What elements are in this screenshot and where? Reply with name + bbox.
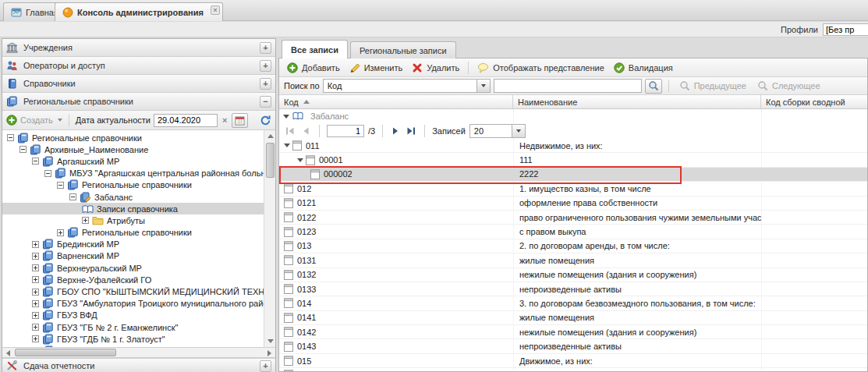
collapse-toggle-icon[interactable] bbox=[44, 170, 51, 177]
tab-regional-records[interactable]: Региональные записи bbox=[350, 41, 456, 58]
add-button[interactable]: Добавить bbox=[283, 61, 344, 75]
table-row[interactable]: 0133непроизведенные активы bbox=[279, 282, 867, 296]
profile-select[interactable] bbox=[823, 23, 868, 36]
table-row[interactable] bbox=[279, 368, 867, 371]
group-collapse-icon[interactable] bbox=[283, 115, 289, 119]
tree-node[interactable]: ГБОУ СПО "КЫШТЫМСКИЙ МЕДИЦИНСКИЙ ТЕХНИКУ… bbox=[2, 285, 264, 297]
table-row[interactable]: 0121оформление права собственности bbox=[279, 197, 867, 211]
close-tab-icon[interactable]: × bbox=[211, 5, 220, 15]
tree-node[interactable]: Атрибуты bbox=[2, 214, 264, 226]
delete-button[interactable]: Удалить bbox=[408, 61, 463, 75]
tree-node[interactable]: Забаланс bbox=[2, 191, 264, 203]
group-row-zabalans[interactable]: Забаланс bbox=[279, 109, 867, 123]
calendar-button[interactable] bbox=[232, 113, 248, 128]
actual-date-field[interactable] bbox=[154, 114, 218, 127]
table-row[interactable]: 0132нежилые помещения (здания и сооружен… bbox=[279, 268, 867, 282]
sidebar-item-dictionaries[interactable]: Справочники + bbox=[2, 75, 275, 93]
expand-toggle-icon[interactable] bbox=[32, 335, 39, 342]
page-size-select[interactable]: 20 bbox=[469, 124, 526, 138]
refresh-button[interactable] bbox=[260, 115, 271, 126]
sidebar-item-regional-dictionaries[interactable]: Региональные справочники − bbox=[2, 93, 275, 111]
tree-node[interactable]: МБУЗ "Аргаяшская центральная районная бо… bbox=[2, 168, 264, 179]
find-previous-button[interactable]: Предыдущее bbox=[675, 79, 750, 93]
table-row[interactable]: 0122право ограниченного пользования чужи… bbox=[279, 211, 867, 225]
chevron-down-icon[interactable] bbox=[477, 80, 490, 92]
sidebar-item-reporting[interactable]: Сдача отчетности + bbox=[2, 358, 275, 372]
expand-caret-icon[interactable] bbox=[297, 158, 303, 162]
tree-horizontal-scrollbar[interactable] bbox=[2, 348, 275, 358]
tree-node[interactable]: Аргаяшский МР bbox=[2, 155, 264, 167]
expand-toggle-icon[interactable] bbox=[32, 300, 39, 307]
scroll-right-icon[interactable] bbox=[264, 348, 275, 358]
search-input[interactable] bbox=[494, 79, 642, 93]
column-header-assembly-code[interactable]: Код сборки сводной bbox=[761, 95, 867, 108]
scrollbar-thumb[interactable] bbox=[266, 143, 275, 178]
next-page-button[interactable] bbox=[390, 126, 402, 136]
clear-date-icon[interactable]: × bbox=[221, 115, 229, 125]
expand-panel-button[interactable]: + bbox=[260, 360, 271, 372]
expand-panel-button[interactable]: + bbox=[260, 42, 271, 54]
table-row[interactable]: 011Недвижимое, из них: bbox=[279, 139, 867, 153]
find-next-button[interactable]: Следующее bbox=[753, 79, 824, 93]
create-menu-caret-icon[interactable] bbox=[58, 119, 62, 122]
table-row[interactable]: 0131жилые помещения bbox=[279, 253, 867, 267]
tree-node[interactable]: Архивные_Наименование bbox=[2, 143, 264, 155]
collapse-toggle-icon[interactable] bbox=[69, 193, 76, 200]
scroll-down-icon[interactable] bbox=[264, 335, 275, 347]
tree-node[interactable]: Брединский МР bbox=[2, 239, 264, 250]
first-page-button[interactable] bbox=[285, 126, 296, 136]
tree-node[interactable]: ГБУЗ "ГБ № 2 г. Еманжелинск" bbox=[2, 321, 264, 333]
table-row[interactable]: 0143непроизведенные активы bbox=[279, 339, 867, 353]
expand-caret-icon[interactable] bbox=[284, 143, 290, 147]
chevron-down-icon[interactable] bbox=[512, 125, 525, 137]
edit-button[interactable]: Изменить bbox=[345, 61, 407, 75]
collapse-panel-button[interactable]: − bbox=[260, 96, 271, 108]
table-row[interactable]: 0141жилые помещения bbox=[279, 311, 867, 325]
expand-toggle-icon[interactable] bbox=[32, 312, 39, 319]
tree-node[interactable]: ГБУЗ ВФД bbox=[2, 310, 264, 321]
tree-node[interactable]: Верхнеуральский МР bbox=[2, 262, 264, 274]
column-header-code[interactable]: Код bbox=[279, 95, 513, 108]
tab-admin-console[interactable]: Консоль администрирования × bbox=[55, 2, 223, 21]
scroll-up-icon[interactable] bbox=[264, 130, 275, 142]
tree-node[interactable]: Верхне-Уфалейский ГО bbox=[2, 274, 264, 285]
collapse-toggle-icon[interactable] bbox=[57, 182, 64, 189]
expand-panel-button[interactable]: + bbox=[260, 78, 271, 90]
collapse-toggle-icon[interactable] bbox=[32, 158, 39, 165]
collapse-toggle-icon[interactable] bbox=[19, 146, 27, 153]
expand-toggle-icon[interactable] bbox=[32, 264, 39, 271]
table-row[interactable]: 0121. имущество казны, в том числе bbox=[279, 182, 867, 196]
table-row[interactable]: 0142нежилые помещения (здания и сооружен… bbox=[279, 325, 867, 339]
last-page-button[interactable] bbox=[406, 126, 417, 136]
tree-node[interactable]: Региональные справочники bbox=[2, 132, 264, 143]
tree-vertical-scrollbar[interactable] bbox=[264, 130, 275, 347]
prev-page-button[interactable] bbox=[300, 126, 312, 136]
tree-node[interactable]: Записи справочника bbox=[2, 203, 264, 214]
validation-button[interactable]: Валидация bbox=[610, 61, 677, 75]
table-row[interactable]: 0123с правом выкупа bbox=[279, 225, 867, 239]
expand-panel-button[interactable]: + bbox=[260, 60, 271, 72]
tree-node[interactable]: Региональные справочники bbox=[2, 227, 264, 239]
tree-node[interactable]: Региональные справочники bbox=[2, 179, 264, 191]
expand-toggle-icon[interactable] bbox=[32, 253, 39, 260]
expand-toggle-icon[interactable] bbox=[32, 289, 39, 296]
sidebar-item-operators[interactable]: Операторы и доступ + bbox=[2, 57, 275, 75]
column-header-name[interactable]: Наименование bbox=[513, 95, 761, 108]
expand-toggle-icon[interactable] bbox=[82, 217, 89, 224]
sidebar-item-institutions[interactable]: Учреждения + bbox=[2, 39, 275, 57]
show-view-button[interactable]: Отображать представление bbox=[473, 61, 608, 75]
table-row[interactable]: 0000022222 bbox=[279, 168, 867, 182]
table-row[interactable]: 015Движимое, из них: bbox=[279, 354, 867, 368]
tab-all-records[interactable]: Все записи bbox=[282, 40, 348, 58]
tree-node[interactable]: Варненский МР bbox=[2, 250, 264, 262]
expand-toggle-icon[interactable] bbox=[57, 229, 64, 236]
table-row[interactable]: 00001111 bbox=[279, 153, 867, 167]
scrollbar-thumb[interactable] bbox=[15, 349, 116, 356]
expand-toggle-icon[interactable] bbox=[32, 324, 39, 331]
expand-toggle-icon[interactable] bbox=[32, 276, 39, 283]
expand-toggle-icon[interactable] bbox=[32, 241, 39, 248]
create-button[interactable]: Создать bbox=[20, 115, 53, 125]
table-row[interactable]: 0143. по договорам безвозмездного пользо… bbox=[279, 296, 867, 310]
search-field-select[interactable]: Код bbox=[323, 79, 491, 93]
collapse-toggle-icon[interactable] bbox=[7, 134, 14, 141]
